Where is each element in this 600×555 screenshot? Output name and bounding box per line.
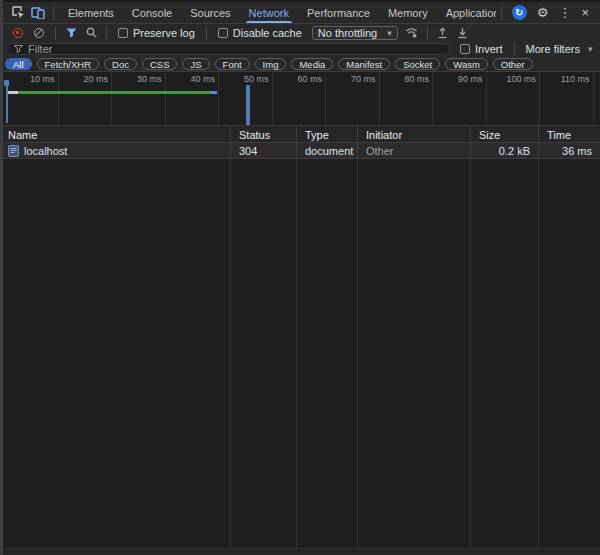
preserve-log-checkbox[interactable]: Preserve log <box>118 27 195 39</box>
disable-cache-label: Disable cache <box>233 27 302 39</box>
column-track <box>538 159 600 548</box>
column-header-time[interactable]: Time <box>538 126 600 143</box>
clear-network-log-button[interactable] <box>34 28 44 38</box>
tick-label: 10 ms <box>5 72 59 126</box>
disable-cache-checkbox[interactable]: Disable cache <box>218 27 302 39</box>
timeline-start-marker-line <box>6 84 8 123</box>
settings-gear-icon[interactable]: ⚙ <box>532 5 554 20</box>
chevron-down-icon: ▾ <box>588 44 593 54</box>
cell-name[interactable]: localhost <box>0 143 230 159</box>
divider <box>514 42 515 56</box>
filter-input[interactable]: Filter <box>6 43 450 55</box>
export-har-icon[interactable] <box>453 24 473 42</box>
record-network-log-button[interactable] <box>13 28 23 38</box>
devtools-tabbar: Elements Console Sources Network Perform… <box>0 0 600 24</box>
more-filters-dropdown[interactable]: More filters ▾ <box>526 43 593 55</box>
column-header-name[interactable]: Name <box>0 126 230 143</box>
tick-label: 40 ms <box>166 72 220 126</box>
column-track <box>230 159 296 548</box>
checkbox-box[interactable] <box>118 28 128 38</box>
chip-manifest[interactable]: Manifest <box>338 58 390 70</box>
chevron-down-icon: ▾ <box>387 28 392 38</box>
tab-label: Sources <box>190 7 230 19</box>
chip-media[interactable]: Media <box>291 58 333 70</box>
tab-console[interactable]: Console <box>123 2 181 23</box>
chip-wasm[interactable]: Wasm <box>445 58 488 70</box>
column-track <box>0 159 230 548</box>
chip-fetch-xhr[interactable]: Fetch/XHR <box>37 58 99 70</box>
sync-status-icon[interactable]: ↻ <box>512 5 527 20</box>
tab-sources[interactable]: Sources <box>181 2 239 23</box>
divider <box>53 6 54 20</box>
import-har-icon[interactable] <box>433 24 453 42</box>
tick-label: 100 ms <box>487 72 541 126</box>
window-edge <box>0 0 3 555</box>
tab-elements[interactable]: Elements <box>59 2 123 23</box>
cell-time[interactable]: 36 ms <box>538 143 600 159</box>
cell-initiator[interactable]: Other <box>357 143 470 159</box>
timeline-ticks: 10 ms 20 ms 30 ms 40 ms 50 ms 60 ms 70 m… <box>5 72 594 126</box>
tick-label: 110 ms <box>540 72 594 126</box>
tab-label: Elements <box>68 7 114 19</box>
tab-label: Performance <box>307 7 370 19</box>
chip-js[interactable]: JS <box>182 58 209 70</box>
divider <box>501 6 502 20</box>
devtools-window: Elements Console Sources Network Perform… <box>0 0 600 555</box>
tick-label: 30 ms <box>112 72 166 126</box>
preserve-log-label: Preserve log <box>133 27 195 39</box>
network-filter-row: Filter Invert More filters ▾ <box>0 41 600 57</box>
tab-application[interactable]: Application <box>437 2 496 23</box>
window-bottom-edge <box>0 548 600 555</box>
tab-memory[interactable]: Memory <box>379 2 437 23</box>
checkbox-box[interactable] <box>460 44 470 54</box>
resource-type-chips: All Fetch/XHR Doc CSS JS Font Img Media … <box>0 57 600 72</box>
column-header-size[interactable]: Size <box>470 126 538 143</box>
tab-performance[interactable]: Performance <box>298 2 379 23</box>
throttling-value: No throttling <box>318 27 377 39</box>
waterfall-end-segment <box>211 91 217 94</box>
chip-font[interactable]: Font <box>215 58 250 70</box>
column-track <box>357 159 470 548</box>
chip-all[interactable]: All <box>5 58 32 70</box>
cell-size[interactable]: 0.2 kB <box>470 143 538 159</box>
tick-label: 90 ms <box>433 72 487 126</box>
cell-status[interactable]: 304 <box>230 143 296 159</box>
request-row-localhost[interactable]: localhost 304 document Other 0.2 kB 36 m… <box>0 143 600 159</box>
filter-placeholder: Filter <box>28 43 52 55</box>
chip-css[interactable]: CSS <box>142 58 178 70</box>
column-header-type[interactable]: Type <box>296 126 357 143</box>
column-header-status[interactable]: Status <box>230 126 296 143</box>
tabbar-right-controls: ↻ ⚙ ⋮ × <box>496 5 600 20</box>
waterfall-download-segment <box>18 91 211 94</box>
device-toolbar-icon[interactable] <box>28 4 48 22</box>
tab-label: Application <box>446 7 496 19</box>
throttling-select[interactable]: No throttling ▾ <box>312 26 398 40</box>
column-header-initiator[interactable]: Initiator <box>357 126 470 143</box>
search-icon[interactable] <box>81 24 101 42</box>
network-toolbar: Preserve log Disable cache No throttling… <box>0 24 600 41</box>
tab-network[interactable]: Network <box>240 2 298 23</box>
filter-funnel-icon[interactable] <box>61 24 81 42</box>
checkbox-box[interactable] <box>218 28 228 38</box>
cell-type[interactable]: document <box>296 143 357 159</box>
divider <box>106 26 107 40</box>
chip-socket[interactable]: Socket <box>395 58 440 70</box>
chip-other[interactable]: Other <box>493 58 533 70</box>
invert-checkbox[interactable]: Invert <box>460 43 503 55</box>
divider <box>55 26 56 40</box>
chip-doc[interactable]: Doc <box>104 58 137 70</box>
close-icon[interactable]: × <box>576 5 594 20</box>
tick-label: 70 ms <box>326 72 380 126</box>
more-menu-icon[interactable]: ⋮ <box>553 5 576 20</box>
divider <box>427 26 428 40</box>
tick-label: 20 ms <box>59 72 113 126</box>
time-value: 36 ms <box>562 145 592 157</box>
document-file-icon <box>8 145 19 157</box>
requests-table-body[interactable] <box>0 159 600 548</box>
network-conditions-icon[interactable] <box>402 24 422 42</box>
status-value: 304 <box>239 145 257 157</box>
inspect-element-icon[interactable] <box>8 4 28 22</box>
network-overview-timeline[interactable]: 10 ms 20 ms 30 ms 40 ms 50 ms 60 ms 70 m… <box>0 72 600 126</box>
chip-img[interactable]: Img <box>255 58 287 70</box>
more-filters-label: More filters <box>526 43 580 55</box>
